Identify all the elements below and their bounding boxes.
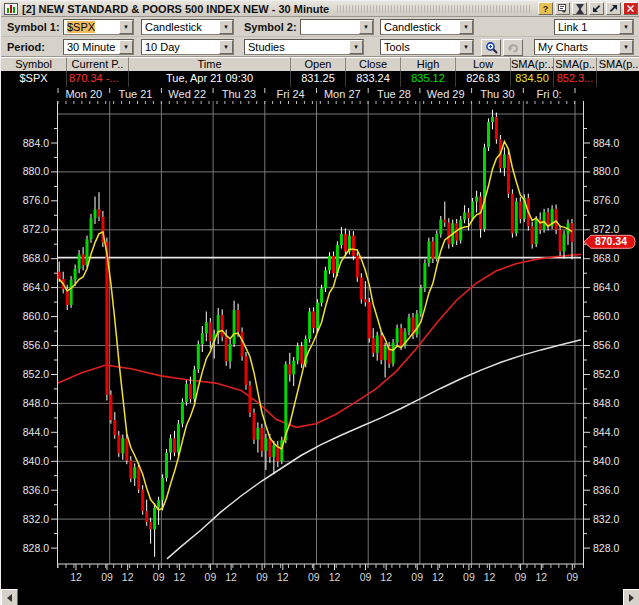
title-bar[interactable]: [2] NEW STANDARD & POORS 500 INDEX NEW -… [1,1,639,17]
time-label: 12 [380,571,392,583]
symbol2-input[interactable]: ▼ [300,19,374,35]
candle [459,220,462,241]
chevron-down-icon[interactable]: ▼ [119,40,133,54]
candle [435,234,438,259]
date-label: Thu 30 [480,88,514,100]
candle [145,511,148,522]
candle [249,385,252,413]
icon-bar [13,7,15,13]
col-time[interactable]: Time [129,57,291,71]
toolbar-symbols: Symbol 1: $SPX ▼ Candlestick ▼ Symbol 2:… [1,17,639,37]
studies-select[interactable]: Studies ▼ [244,39,364,55]
period-select[interactable]: 30 Minute ▼ [63,39,134,55]
candle [201,333,204,344]
range-select[interactable]: 10 Day ▼ [141,39,234,55]
style1-select[interactable]: Candlestick ▼ [141,19,234,35]
col-sma1[interactable]: SMA(p:.. [511,57,554,71]
candle [209,322,212,341]
col-high[interactable]: High [401,57,456,71]
close-button[interactable] [623,2,638,15]
col-low[interactable]: Low [456,57,511,71]
chevron-down-icon[interactable]: ▼ [459,40,473,54]
y-axis-label: 884.0 [23,137,49,149]
col-sma2[interactable]: SMA(p.. [554,57,597,71]
candle [161,478,164,500]
style2-select[interactable]: Candlestick ▼ [380,19,474,35]
candle [571,223,574,242]
tools-select[interactable]: Tools ▼ [380,39,474,55]
col-current[interactable]: Current P.. [67,57,129,71]
candle [415,314,418,335]
chevron-down-icon[interactable]: ▼ [619,20,633,34]
candle [58,272,61,279]
y-axis-label: 836.0 [23,484,49,496]
title-grip [337,5,530,13]
y-axis-label: 872.0 [23,223,49,235]
candle [189,384,192,399]
date-label: Thu 23 [222,88,256,100]
y-axis-label: 864.0 [593,281,619,293]
col-symbol[interactable]: Symbol [1,57,67,71]
horizontal-scrollbar[interactable] [1,589,639,605]
candle [193,369,196,399]
link-select[interactable]: Link 1 ▼ [554,19,634,35]
undo-arrow-icon [507,42,520,53]
candlestick-chart[interactable]: Mon 20Tue 21Wed 22Thu 23Fri 24Mon 27Tue … [1,87,639,589]
symbol1-label: Symbol 1: [7,21,60,33]
symbol1-input[interactable]: $SPX ▼ [63,19,134,35]
undo-zoom-button[interactable] [503,39,523,56]
candle [356,256,359,278]
restore-down-button[interactable] [589,2,604,15]
candle [268,438,271,457]
time-label: 12 [174,571,186,583]
candle [284,364,287,440]
chevron-down-icon[interactable]: ▼ [359,20,373,34]
chevron-down-icon[interactable]: ▼ [219,40,233,54]
scroll-right-button[interactable] [623,589,639,605]
quote-table-row[interactable]: $SPX 870.34 -... Tue, Apr 21 09:30 831.2… [1,71,639,87]
y-axis-label: 840.0 [23,455,49,467]
col-sma3[interactable]: SMA(p.. [597,57,639,71]
chevron-down-icon[interactable]: ▼ [219,20,233,34]
cell-high: 835.12 [401,71,456,87]
time-label: 09 [256,571,268,583]
help-button[interactable]: ? [538,2,553,15]
candle [400,328,403,345]
scroll-left-button[interactable] [1,589,18,605]
time-label: 09 [308,571,320,583]
candle [563,234,566,251]
zoom-button[interactable] [481,39,501,56]
candle [74,269,77,280]
chevron-down-icon[interactable]: ▼ [349,40,363,54]
col-open[interactable]: Open [291,57,346,71]
candle [312,312,315,329]
timer-button[interactable] [572,2,587,15]
time-label: 12 [535,571,547,583]
chart-svg[interactable]: Mon 20Tue 21Wed 22Thu 23Fri 24Mon 27Tue … [1,87,639,589]
time-label: 12 [432,571,444,583]
chevron-down-icon[interactable]: ▼ [459,20,473,34]
candle [360,278,363,300]
time-label: 12 [484,571,496,583]
chevron-down-icon[interactable]: ▼ [119,20,133,34]
maximize-button[interactable] [606,2,621,15]
candle [555,209,558,230]
properties-button[interactable] [555,2,570,15]
candle [129,461,132,479]
col-close[interactable]: Close [346,57,401,71]
candle [535,220,538,245]
candle [316,303,319,328]
candle [153,508,156,530]
y-axis-label: 852.0 [593,368,619,380]
candle [308,312,311,340]
candle [98,210,101,217]
chevron-down-icon[interactable]: ▼ [619,40,633,54]
candle [515,202,518,234]
my-charts-select[interactable]: My Charts ▼ [534,39,634,55]
candle [487,122,490,147]
y-axis-label: 868.0 [23,252,49,264]
chart-app-icon [4,3,18,15]
candle [288,364,291,374]
candle [113,420,116,435]
date-label: Mon 27 [324,88,361,100]
